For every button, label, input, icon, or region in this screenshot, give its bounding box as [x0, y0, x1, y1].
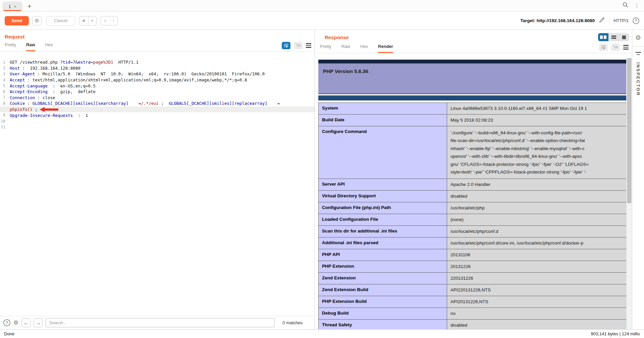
- request-editor[interactable]: 1GET /viewthread.php ?tid=7&extra=page%3…: [0, 58, 315, 316]
- code-line[interactable]: 4Accept : text/html,application/xhtml+xm…: [0, 77, 315, 83]
- line-number: 8: [0, 100, 7, 107]
- row-label: Configuration File (php.ini) Path: [319, 202, 447, 214]
- row-value: disabled: [447, 320, 627, 329]
- row-value: disabled: [447, 191, 627, 202]
- table-row: Additional .ini files parsed/usr/local/e…: [319, 238, 627, 249]
- edit-target-pencil-icon[interactable]: [599, 17, 605, 24]
- table-row: Virtual Directory Supportdisabled: [319, 191, 627, 202]
- row-value: 20131226: [447, 261, 627, 273]
- history-back-button[interactable]: < ▾: [79, 16, 97, 25]
- repeater-toolbar: Send ⚙ Cancel < ▾ > ▾ Target: http://192…: [0, 12, 644, 29]
- code-line[interactable]: 5Accept-Language : en-US,en;q=0.5: [0, 83, 315, 89]
- table-row: Zend Extension BuildAPI220131226,NTS: [319, 284, 627, 296]
- search-icon[interactable]: [623, 2, 628, 9]
- request-tab-pretty[interactable]: Pretty: [5, 42, 16, 51]
- row-value: no: [447, 308, 627, 320]
- cancel-button[interactable]: Cancel: [46, 16, 75, 25]
- back-chevron[interactable]: <: [79, 16, 89, 25]
- tab-close-icon[interactable]: ×: [14, 4, 16, 9]
- row-value: API20131226,NTS: [447, 296, 627, 308]
- code-line[interactable]: 8Cookie : GLOBALS[_DCACHE][smilies][sear…: [0, 100, 315, 107]
- row-value: (none): [447, 214, 627, 226]
- line-number: 3: [0, 71, 7, 77]
- table-row: Configuration File (php.ini) Path/usr/lo…: [319, 202, 627, 214]
- layout-columns-button[interactable]: [598, 33, 608, 41]
- burp-repeater-window: 1 × + ⋮ Send ⚙ Cancel < ▾ > ▾ Target: ht…: [0, 0, 644, 338]
- show-newlines-icon[interactable]: \n: [611, 44, 620, 51]
- tab-active-underline: [4, 10, 21, 11]
- menu-kebab-icon[interactable]: ⋮: [634, 3, 639, 9]
- response-tab-pretty[interactable]: Pretty: [320, 44, 331, 53]
- table-row: PHP API20131106: [319, 249, 627, 261]
- table-row: Thread Safetydisabled: [319, 320, 627, 329]
- help-icon[interactable]: ?: [633, 17, 639, 24]
- http-version-selector[interactable]: HTTP/1: [613, 18, 629, 23]
- history-forward-button[interactable]: > ▾: [101, 16, 118, 25]
- repeater-tab-1[interactable]: 1 ×: [3, 2, 22, 11]
- request-panel-title: Request: [0, 30, 315, 40]
- code-line[interactable]: 2Host : 192.168.164.128:8080: [0, 65, 315, 71]
- layout-rows-button[interactable]: [608, 33, 619, 41]
- table-row: Loaded Configuration File(none): [319, 214, 627, 226]
- row-value: 220131226: [447, 273, 627, 284]
- soft-wrap-icon[interactable]: [599, 44, 608, 51]
- row-label: Loaded Configuration File: [319, 214, 447, 226]
- table-row: Scan this dir for additional .ini files/…: [319, 226, 627, 238]
- search-input[interactable]: [46, 318, 275, 327]
- find-help-icon[interactable]: ?: [3, 319, 10, 326]
- request-find-bar: ? ⚙ ← → 0 matches: [0, 316, 315, 329]
- row-label: Server API: [319, 179, 447, 191]
- code-line[interactable]: phpinfo() ;: [0, 107, 315, 113]
- response-scrollbar[interactable]: [626, 58, 632, 329]
- back-dropdown-icon[interactable]: ▾: [89, 16, 96, 25]
- layout-single-button[interactable]: [619, 33, 629, 41]
- response-panel-title: Response: [320, 35, 349, 40]
- inspector-sidebar: ⚙ INSPECTOR: [632, 30, 644, 329]
- request-panel: Request Pretty Raw Hex \n 1GET /viewthre…: [0, 30, 315, 329]
- request-tab-raw[interactable]: Raw: [26, 42, 35, 51]
- scrollbar-thumb[interactable]: [627, 58, 631, 203]
- code-line[interactable]: 7Connection : close: [0, 95, 315, 101]
- code-line[interactable]: 3User-Agent : Mozilla/5.0 (Windows NT 10…: [0, 71, 315, 77]
- forward-chevron: >: [101, 16, 110, 25]
- line-number: 5: [0, 83, 7, 89]
- code-line[interactable]: 1GET /viewthread.php ?tid=7&extra=page%3…: [0, 59, 315, 65]
- editor-menu-icon[interactable]: [306, 43, 311, 48]
- code-line[interactable]: 11: [0, 124, 315, 130]
- table-row: PHP Extension BuildAPI20131226,NTS: [319, 296, 627, 308]
- line-number: 6: [0, 89, 7, 95]
- response-tab-hex[interactable]: Hex: [360, 44, 368, 53]
- row-label: PHP API: [319, 249, 447, 261]
- request-tab-hex[interactable]: Hex: [45, 42, 53, 51]
- row-value: May 5 2018 02:08:23: [447, 115, 627, 126]
- collapse-panel-icon[interactable]: [636, 52, 641, 55]
- inspector-settings-gear-icon[interactable]: ⚙: [635, 34, 641, 42]
- row-value: API220131226,NTS: [447, 284, 627, 296]
- row-value: './configure' '--build=x86_64-linux-gnu'…: [447, 126, 627, 179]
- response-tab-render[interactable]: Render: [378, 44, 393, 53]
- phpinfo-header: PHP Version 5.6.36: [318, 64, 626, 94]
- table-row: Configure Command'./configure' '--build=…: [319, 126, 627, 179]
- row-label: System: [319, 103, 447, 115]
- tab-label: 1: [8, 4, 11, 9]
- send-button[interactable]: Send: [5, 16, 29, 25]
- send-settings-gear-icon[interactable]: ⚙: [32, 16, 42, 25]
- code-line[interactable]: 10: [0, 118, 315, 124]
- sidebar-divider: [632, 46, 644, 47]
- rendered-response: PHP Version 5.6.36 SystemLinux 4a0686e53…: [315, 58, 626, 329]
- new-tab-button[interactable]: +: [28, 3, 32, 10]
- row-label: Build Date: [319, 115, 447, 126]
- code-line[interactable]: 6Accept-Encoding : gzip, deflate: [0, 89, 315, 95]
- toolbar-divider: [609, 17, 609, 24]
- repeater-tab-bar: 1 × + ⋮: [0, 0, 644, 11]
- find-settings-gear-icon[interactable]: ⚙: [13, 319, 18, 326]
- show-newlines-icon[interactable]: \n: [294, 42, 303, 49]
- response-tab-raw[interactable]: Raw: [341, 44, 350, 53]
- editor-menu-icon[interactable]: [623, 45, 629, 50]
- find-next-button[interactable]: →: [34, 318, 43, 327]
- soft-wrap-icon[interactable]: [282, 42, 290, 49]
- inspector-label[interactable]: INSPECTOR: [636, 62, 641, 96]
- find-previous-button[interactable]: ←: [21, 318, 31, 327]
- phpinfo-divider-bar: [318, 95, 626, 100]
- code-line[interactable]: 9Upgrade-Insecure-Requests : 1: [0, 112, 315, 118]
